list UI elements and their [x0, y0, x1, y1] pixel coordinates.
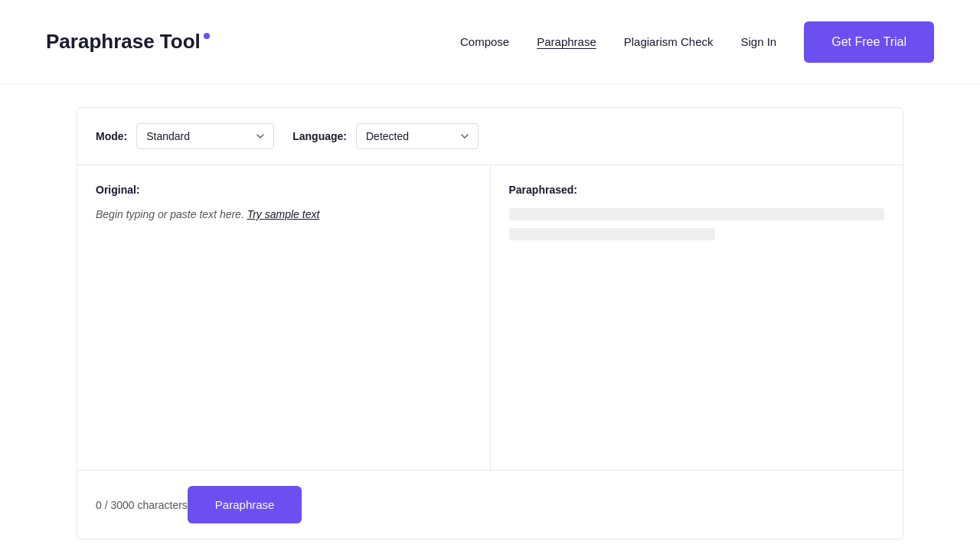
nav-signin[interactable]: Sign In [740, 35, 776, 48]
logo-dot [204, 33, 210, 39]
mode-select[interactable]: Standard Fluency Formal Simple Creative … [136, 123, 274, 149]
placeholder-text: Begin typing or paste text here. [96, 208, 244, 220]
controls-bar: Mode: Standard Fluency Formal Simple Cre… [77, 107, 903, 165]
paraphrased-panel: Paraphrased: [491, 165, 903, 470]
skeleton-line-1 [509, 208, 885, 220]
main-content: Mode: Standard Fluency Formal Simple Cre… [31, 84, 949, 551]
trial-button[interactable]: Get Free Trial [804, 21, 934, 63]
nav: Compose Paraphrase Plagiarism Check Sign… [460, 21, 934, 63]
mode-label: Mode: [96, 130, 127, 142]
language-group: Language: Detected English Spanish Frenc… [292, 123, 479, 149]
original-label: Original: [96, 184, 472, 196]
footer-bar: 0 / 3000 characters Paraphrase [77, 471, 903, 540]
paraphrased-label: Paraphrased: [509, 184, 885, 196]
editor-container: Original: Begin typing or paste text her… [77, 165, 903, 471]
nav-compose[interactable]: Compose [460, 35, 509, 48]
logo[interactable]: Paraphrase Tool [46, 30, 210, 54]
original-panel[interactable]: Original: Begin typing or paste text her… [77, 165, 491, 470]
skeleton-line-2 [509, 228, 716, 240]
sample-text-link[interactable]: Try sample text [247, 208, 320, 220]
logo-text: Paraphrase Tool [46, 30, 201, 54]
paraphrase-button[interactable]: Paraphrase [188, 486, 302, 523]
language-select[interactable]: Detected English Spanish French German P… [356, 123, 479, 149]
editor-placeholder: Begin typing or paste text here. Try sam… [96, 208, 472, 220]
header: Paraphrase Tool Compose Paraphrase Plagi… [0, 0, 980, 84]
mode-group: Mode: Standard Fluency Formal Simple Cre… [96, 123, 274, 149]
nav-paraphrase[interactable]: Paraphrase [537, 35, 596, 48]
nav-plagiarism[interactable]: Plagiarism Check [624, 35, 714, 48]
char-count: 0 / 3000 characters [96, 499, 188, 511]
language-label: Language: [292, 130, 347, 142]
